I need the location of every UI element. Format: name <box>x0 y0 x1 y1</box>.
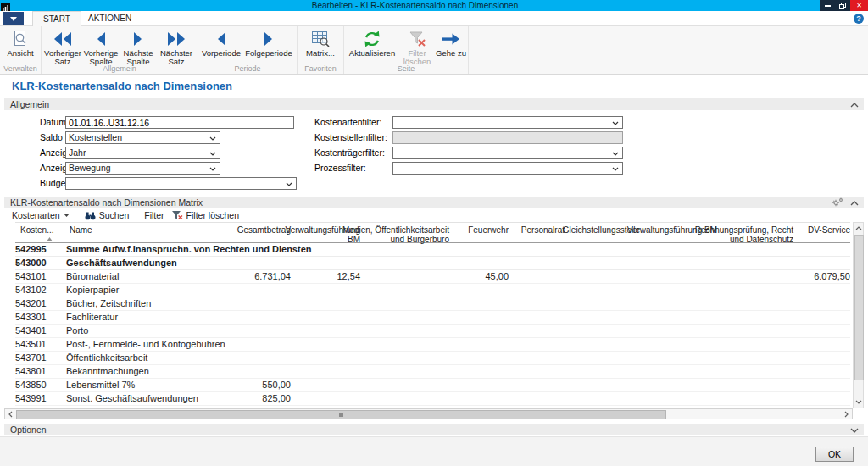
minimize-button[interactable] <box>820 0 835 11</box>
matrix-column-header[interactable]: DV-Service <box>782 225 850 235</box>
suchen-button[interactable]: Suchen <box>85 210 130 220</box>
horizontal-scrollbar[interactable] <box>4 408 853 419</box>
help-button[interactable]: ? <box>854 14 864 24</box>
vertical-scroll-thumb[interactable] <box>854 235 864 380</box>
matrix-cell-amount <box>640 311 717 325</box>
ribbon-button-label: Matrix... <box>306 49 335 58</box>
scroll-right-icon[interactable] <box>841 409 852 419</box>
filter-loeschen-button[interactable]: Filter löschen <box>171 210 239 220</box>
collapse-icon[interactable] <box>850 99 859 109</box>
section-header-optionen[interactable]: Optionen <box>4 424 864 435</box>
matrix-cell-amount[interactable]: 45,00 <box>449 270 509 284</box>
matrix-cell-amount[interactable]: 12,54 <box>291 270 360 284</box>
matrix-cell-name: Porto <box>66 325 240 338</box>
datumsfilter-input[interactable] <box>65 116 294 129</box>
matrix-cell-amount[interactable]: 6.731,04 <box>240 270 291 284</box>
matrix-cell-amount <box>509 311 565 325</box>
matrix-cell-amount <box>509 243 565 257</box>
tab-aktionen[interactable]: AKTIONEN <box>78 11 142 26</box>
vorperiode-button[interactable]: Vorperiode <box>200 28 242 58</box>
ribbon-group-verwalten: Ansicht Verwalten <box>0 26 42 74</box>
anzeigen-als-select[interactable]: Bewegung <box>65 162 220 175</box>
section-header-allgemein[interactable]: Allgemein <box>4 98 864 110</box>
matrix-row[interactable]: 543701Öffentlichkeitsarbeit <box>15 352 850 365</box>
horizontal-scroll-thumb[interactable] <box>16 410 666 419</box>
section-header-matrix[interactable]: KLR-Kostenartensaldo nach Dimensionen Ma… <box>4 197 864 208</box>
matrix-cell-name: Bekanntmachungen <box>66 365 240 379</box>
scroll-left-icon[interactable] <box>5 409 16 419</box>
window-title: Bearbeiten - KLR-Kostenartensaldo nach D… <box>10 0 820 11</box>
matrix-cell-amount <box>449 243 509 257</box>
tab-start[interactable]: START <box>32 11 81 26</box>
matrix-row[interactable]: 543401Porto <box>15 325 850 338</box>
matrix-row[interactable]: 543850Lebensmittel 7%550,00 <box>15 379 850 392</box>
kostenartenfilter-select[interactable] <box>392 116 623 129</box>
matrix-cell-amount <box>240 352 291 365</box>
ribbon: Ansicht Verwalten Vorheriger Satz Vorher… <box>0 26 868 75</box>
ribbon-button-label: Vorheriger Satz <box>43 49 82 66</box>
matrix-column-header[interactable]: Medien, Öffentlichkeitsarbeit und Bürger… <box>331 225 449 244</box>
chevron-down-icon <box>612 147 619 158</box>
matrix-cell-amount <box>509 270 565 284</box>
ansicht-button[interactable]: Ansicht <box>2 28 39 58</box>
matrix-cell-amount <box>640 352 717 365</box>
restore-button[interactable] <box>835 0 850 11</box>
vorheriger-satz-button[interactable]: Vorheriger Satz <box>43 28 82 66</box>
gear-icon[interactable] <box>832 197 843 208</box>
ok-button[interactable]: OK <box>815 447 854 462</box>
menu-caret-icon <box>10 17 17 21</box>
matrix-cell-name: Bücher, Zeitschriften <box>66 297 240 311</box>
matrix-row[interactable]: 543101Büromaterial6.731,0412,5445,006.07… <box>15 270 850 284</box>
collapse-icon[interactable] <box>850 197 859 208</box>
matrix-row[interactable]: 543991Sonst. Geschäftsaufwendungen825,00 <box>15 392 850 406</box>
matrix-row[interactable]: 543000Geschäftsaufwendungen <box>15 257 850 270</box>
matrix-column-header[interactable]: Name <box>70 225 92 235</box>
folgeperiode-button[interactable]: Folgeperiode <box>242 28 295 58</box>
expand-icon[interactable] <box>850 424 859 435</box>
aktualisieren-button[interactable]: Aktualisieren <box>346 28 398 58</box>
naechster-satz-button[interactable]: Nächster Satz <box>157 28 196 66</box>
kostenarten-menu-button[interactable]: Kostenarten <box>12 210 70 220</box>
kostentraegerfilter-select[interactable] <box>392 147 623 159</box>
matrix-cell-amount[interactable]: 6.079,50 <box>793 270 850 284</box>
matrix-button[interactable]: Matrix... <box>299 28 342 58</box>
matrix-column-header[interactable]: Gesamtbetrag <box>223 225 291 235</box>
scroll-up-icon[interactable] <box>854 223 863 234</box>
matrix-cell-amount[interactable]: 550,00 <box>240 379 291 392</box>
matrix-cell-name: Büromaterial <box>66 270 240 284</box>
matrix-row[interactable]: 543102Kopierpapier <box>15 284 850 297</box>
close-button[interactable]: ✕ <box>850 0 868 11</box>
saldo-nach-select[interactable]: Kostenstellen <box>65 131 220 144</box>
matrix-row[interactable]: 543501Post-, Fernmelde- und Kontogebühre… <box>15 338 850 352</box>
gehe-zu-button[interactable]: Gehe zu <box>436 28 466 58</box>
matrix-cell-amount <box>793 365 850 379</box>
matrix-cell-amount <box>509 284 565 297</box>
matrix-row[interactable]: 542995Summe Aufw.f.Inanspruchn. von Rech… <box>15 243 850 257</box>
matrix-cell-amount <box>360 284 449 297</box>
anzeigen-nach-select[interactable]: Jahr <box>65 147 220 159</box>
application-menu-button[interactable] <box>3 12 24 25</box>
matrix-cell-amount <box>509 325 565 338</box>
matrix-cell-amount <box>509 352 565 365</box>
matrix-cell-amount <box>640 243 717 257</box>
matrix-cell-amount <box>240 297 291 311</box>
ribbon-group-label: Periode <box>198 64 297 74</box>
prozessfilter-select[interactable] <box>392 162 623 175</box>
filter-button[interactable]: Filter <box>144 210 164 220</box>
matrix-column-header[interactable]: Rechnungsprüfung, Recht und Datenschutz <box>693 225 793 244</box>
ribbon-button-label: Gehe zu <box>436 49 466 58</box>
matrix-row[interactable]: 543201Bücher, Zeitschriften <box>15 297 850 311</box>
matrix-row[interactable]: 543301Fachliteratur <box>15 311 850 325</box>
vertical-scrollbar[interactable] <box>853 222 864 408</box>
budgetfilter-select[interactable] <box>65 177 297 190</box>
scroll-down-icon[interactable] <box>854 397 863 408</box>
matrix-cell-amount[interactable]: 825,00 <box>240 392 291 406</box>
ribbon-filter-loeschen-button[interactable]: Filter löschen <box>398 28 436 66</box>
matrix-cell-amount <box>565 365 640 379</box>
matrix-row[interactable]: 543801Bekanntmachungen <box>15 365 850 379</box>
naechste-spalte-button[interactable]: Nächste Spalte <box>120 28 157 66</box>
vorherige-spalte-button[interactable]: Vorherige Spalte <box>82 28 120 66</box>
matrix-grid-header[interactable]: Kosten...NameGesamtbetragVerwaltungsführ… <box>15 222 850 243</box>
matrix-cell-code: 543701 <box>15 352 66 365</box>
matrix-cell-amount <box>509 379 565 392</box>
